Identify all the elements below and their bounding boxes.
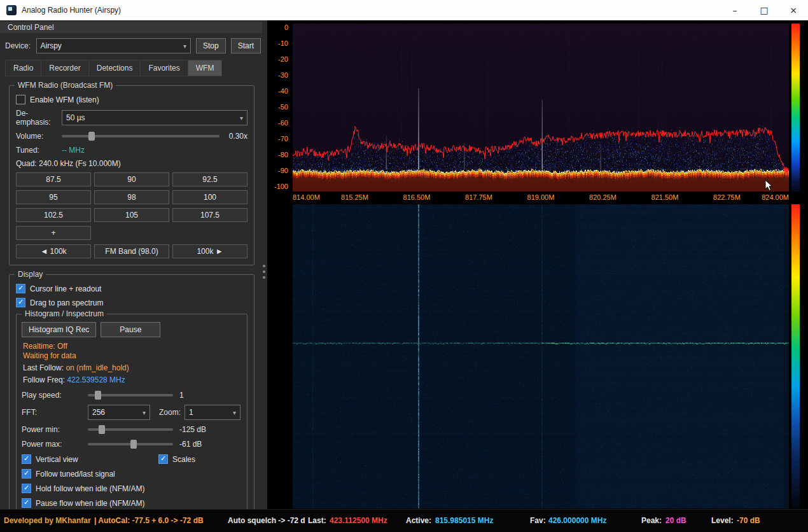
x-tick: 822.75M (713, 193, 741, 201)
chevron-down-icon: ▾ (236, 115, 243, 122)
tab-favorites[interactable]: Favorites (140, 60, 187, 76)
preset-button[interactable]: 98 (94, 190, 169, 204)
preset-button[interactable]: 92.5 (172, 172, 247, 186)
wfm-group-title: WFM Radio (Broadcast FM) (15, 81, 116, 90)
tab-detections[interactable]: Detections (88, 60, 141, 76)
hold-follow-label: Hold follow when idle (NFM/AM) (36, 484, 144, 493)
pause-flow-checkbox[interactable] (22, 498, 31, 508)
spectrum-colorbar (791, 24, 800, 192)
last-value: 423.112500 MHz (330, 516, 387, 525)
x-tick: 814.00M (293, 193, 320, 201)
minimize-button[interactable]: – (720, 0, 749, 20)
waiting-status: Waiting for data (23, 351, 242, 360)
preset-button[interactable]: 102.5 (16, 208, 91, 222)
zoom-value: 1 (189, 408, 193, 417)
power-min-value: -125 dB (179, 425, 206, 434)
add-preset-button[interactable]: + (16, 226, 91, 240)
y-tick: -70 (267, 135, 288, 143)
start-button[interactable]: Start (231, 38, 261, 53)
volume-slider[interactable] (62, 131, 219, 141)
deemphasis-value: 50 µs (66, 113, 85, 122)
enable-wfm-checkbox[interactable] (16, 95, 25, 104)
preset-button[interactable]: 95 (16, 190, 91, 204)
device-row: Device: Airspy ▾ Stop Start (0, 33, 267, 53)
tab-bar: Radio Recorder Detections Favorites WFM (5, 60, 267, 76)
cursor-line-label: Cursor line + readout (30, 284, 101, 293)
play-speed-slider[interactable] (88, 390, 173, 400)
control-panel-header: Control Panel (0, 22, 262, 33)
fft-select[interactable]: 256 ▾ (88, 405, 150, 420)
play-speed-value: 1 (179, 391, 184, 400)
tuning-nav-row: ◄ 100k FM Band (98.0) 100k ► (16, 244, 247, 258)
chevron-down-icon: ▾ (139, 409, 146, 416)
y-tick: -10 (267, 39, 288, 47)
preset-grid: 87.5 90 92.5 95 98 100 102.5 105 107.5 + (16, 172, 247, 240)
device-select[interactable]: Airspy ▾ (36, 38, 191, 53)
last-follow-label: Last Follow: (23, 363, 64, 372)
slider-handle[interactable] (130, 440, 137, 449)
preset-button[interactable]: 87.5 (16, 172, 91, 186)
tab-radio[interactable]: Radio (5, 60, 41, 76)
device-value: Airspy (41, 41, 62, 50)
zoom-select[interactable]: 1 ▾ (185, 405, 240, 420)
power-max-value: -61 dB (179, 440, 202, 449)
fm-band-button[interactable]: FM Band (98.0) (94, 244, 169, 258)
scales-checkbox[interactable] (158, 454, 168, 464)
slider-handle[interactable] (88, 132, 95, 141)
slider-handle[interactable] (95, 391, 101, 400)
power-min-slider[interactable] (88, 424, 173, 435)
x-tick: 820.25M (589, 193, 616, 201)
zoom-label: Zoom: (159, 408, 185, 417)
pause-button[interactable]: Pause (101, 322, 160, 337)
quad-readout: Quad: 240.0 kHz (Fs 10.000M) (16, 159, 121, 168)
autocal-status: | AutoCal: -77.5 + 6.0 -> -72 dB (94, 516, 204, 525)
waterfall-canvas[interactable] (293, 204, 789, 508)
window-controls: – □ × (720, 0, 808, 20)
spectrum-canvas[interactable] (293, 24, 789, 192)
fft-value: 256 (92, 408, 105, 417)
preset-button[interactable]: 90 (94, 172, 169, 186)
volume-label: Volume: (16, 132, 62, 141)
histogram-iq-rec-button[interactable]: Histogram IQ Rec (22, 322, 96, 337)
vertical-view-label: Vertical view (36, 455, 78, 464)
histogram-group-title: Histogram / Inspectrum (22, 309, 107, 318)
slider-handle[interactable] (99, 425, 105, 434)
display-group-title: Display (15, 270, 46, 279)
drag-pan-checkbox[interactable] (16, 298, 25, 307)
panel-splitter-handle[interactable] (263, 265, 265, 283)
y-tick: -80 (267, 151, 288, 158)
maximize-button[interactable]: □ (749, 0, 779, 20)
preset-button[interactable]: 105 (94, 208, 169, 222)
drag-pan-label: Drag to pan spectrum (30, 298, 103, 307)
follow-tuned-checkbox[interactable] (22, 469, 31, 479)
developer-credit: Developed by MKhanfar (4, 516, 91, 525)
chevron-down-icon: ▾ (179, 43, 186, 50)
deemphasis-select[interactable]: 50 µs ▾ (62, 110, 247, 125)
step-down-button[interactable]: ◄ 100k (16, 244, 91, 258)
window-title: Analog Radio Hunter (Airspy) (22, 6, 121, 15)
tuned-label: Tuned: (16, 146, 62, 155)
power-max-label: Power max: (22, 440, 88, 449)
wfm-group: WFM Radio (Broadcast FM) Enable WFM (lis… (9, 85, 254, 265)
title-bar[interactable]: Analog Radio Hunter (Airspy) – □ × (0, 0, 808, 20)
preset-button[interactable]: 107.5 (172, 208, 247, 222)
status-bar: Developed by MKhanfar | AutoCal: -77.5 +… (0, 509, 808, 532)
step-up-button[interactable]: 100k ► (172, 244, 247, 258)
peak-value: 20 dB (665, 516, 686, 525)
tab-recorder[interactable]: Recorder (41, 60, 88, 76)
hold-follow-checkbox[interactable] (22, 484, 31, 493)
vertical-view-checkbox[interactable] (22, 454, 31, 464)
slider-groove (62, 135, 219, 137)
power-max-slider[interactable] (88, 439, 173, 449)
stop-button[interactable]: Stop (196, 38, 226, 53)
x-tick: 815.25M (341, 193, 368, 201)
y-tick: 0 (267, 24, 288, 31)
tab-wfm[interactable]: WFM (188, 60, 223, 76)
x-tick: 817.75M (465, 193, 492, 201)
active-label: Active: (406, 516, 431, 525)
fav-value: 426.000000 MHz (548, 516, 606, 525)
cursor-line-checkbox[interactable] (16, 284, 25, 293)
close-button[interactable]: × (779, 0, 808, 20)
y-tick: -50 (267, 103, 288, 111)
preset-button[interactable]: 100 (172, 190, 247, 204)
